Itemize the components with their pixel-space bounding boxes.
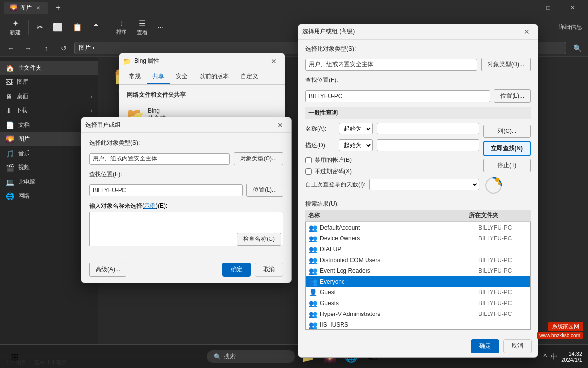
result-location: BILLYFU-PC	[478, 311, 527, 317]
adv-object-type-input[interactable]	[305, 59, 477, 71]
stop-button[interactable]: 停止(T)	[483, 159, 531, 172]
watermark-area: 系统家园网 www.hnzkhsb.com	[537, 322, 583, 339]
sidebar-item-downloads[interactable]: ⬇ 下载 ›	[0, 104, 98, 118]
results-header: 名称 所在文件夹	[305, 210, 531, 222]
result-hyperv-admins[interactable]: 👥 Hyper-V Administrators BILLYFU-PC	[306, 309, 530, 319]
result-dialup[interactable]: 👥 DIALUP	[306, 244, 530, 255]
result-default-account[interactable]: 👥 DefaultAccount BILLYFU-PC	[306, 222, 530, 233]
cut-button[interactable]: ✂	[33, 21, 47, 34]
result-location: BILLYFU-PC	[478, 257, 527, 263]
forward-button[interactable]: →	[22, 41, 35, 55]
location-input[interactable]	[89, 184, 243, 196]
share-name: Bing	[148, 107, 166, 114]
more-icon: ···	[157, 23, 164, 32]
search-button[interactable]: 🔍	[570, 41, 584, 55]
location-value-row: 位置(L)...	[89, 184, 283, 197]
refresh-button[interactable]: ↺	[57, 41, 71, 55]
close-button[interactable]: ✕	[562, 0, 584, 16]
tab-close-button[interactable]: ✕	[35, 4, 42, 11]
object-type-input[interactable]	[89, 153, 230, 165]
select-user-advanced-dialog: 选择用户或组 (高级) ✕ 选择此对象类型(S): 对象类型(O)... 查找位…	[298, 24, 538, 358]
expand-icon: ›	[91, 94, 92, 99]
tab-security[interactable]: 安全	[170, 69, 194, 84]
select-user-advanced-close[interactable]: ✕	[520, 25, 534, 39]
advanced-button[interactable]: 高级(A)...	[89, 263, 126, 277]
adv-location-button[interactable]: 位置(L)...	[494, 89, 531, 103]
search-results-list: 👥 DefaultAccount BILLYFU-PC 👥 Device Own…	[305, 222, 531, 330]
no-expire-password-checkbox[interactable]	[305, 168, 312, 175]
new-button[interactable]: ✦ 新建	[6, 17, 24, 38]
select-user-small-titlebar: 选择用户或组 ✕	[81, 117, 291, 133]
pictures-icon: 🌄	[6, 135, 14, 143]
active-tab[interactable]: 🌄 图片 ✕	[4, 2, 48, 14]
result-iis-iusrs[interactable]: 👥 IIS_IUSRS	[306, 319, 530, 330]
start-button[interactable]: ⊞	[6, 348, 24, 366]
address-path: 图片 ›	[79, 44, 94, 52]
input-label: 输入对象名称来选择(示例)(E):	[89, 202, 167, 209]
desc-value-input[interactable]	[377, 139, 479, 151]
adv-ok-button[interactable]: 确定	[471, 339, 499, 353]
sidebar-item-label: 主文件夹	[18, 64, 42, 72]
name-qualifier-select[interactable]: 起始为 包含	[339, 123, 373, 134]
bing-properties-close[interactable]: ✕	[267, 54, 281, 68]
object-type-button[interactable]: 对象类型(O)...	[234, 152, 283, 165]
tab-previous-versions[interactable]: 以前的版本	[194, 69, 235, 84]
more-button[interactable]: ···	[153, 21, 168, 34]
disabled-accounts-checkbox[interactable]	[305, 157, 312, 163]
input-label-row: 输入对象名称来选择(示例)(E):	[89, 202, 283, 210]
column-button[interactable]: 列(C)...	[483, 125, 531, 138]
tab-sharing[interactable]: 共享	[147, 69, 170, 84]
result-location: BILLYFU-PC	[478, 267, 527, 274]
result-device-owners[interactable]: 👥 Device Owners BILLYFU-PC	[306, 233, 530, 244]
find-now-button[interactable]: 立即查找(N)	[483, 141, 531, 156]
svg-point-1	[495, 178, 499, 182]
new-tab-button[interactable]: +	[51, 1, 65, 15]
tab-general[interactable]: 常规	[123, 69, 147, 84]
result-event-log-readers[interactable]: 👥 Event Log Readers BILLYFU-PC	[306, 265, 530, 276]
object-type-value-row: 对象类型(O)...	[89, 152, 283, 165]
name-value-input[interactable]	[377, 123, 479, 134]
ok-button[interactable]: 确定	[222, 263, 251, 277]
window-controls: ─ □ ✕	[513, 0, 584, 16]
select-user-small-close[interactable]: ✕	[273, 118, 287, 132]
result-guests[interactable]: 👥 Guests BILLYFU-PC	[306, 298, 530, 309]
paste-button[interactable]: 📋	[69, 21, 86, 34]
adv-cancel-button[interactable]: 取消	[503, 339, 532, 353]
tray-lang: 中	[551, 352, 557, 361]
tab-customize[interactable]: 自定义	[235, 69, 264, 84]
sort-button[interactable]: ↕ 排序	[112, 17, 131, 38]
adv-object-type-button[interactable]: 对象类型(O)...	[481, 58, 531, 71]
back-button[interactable]: ←	[4, 41, 18, 55]
desktop-icon: 🖥	[6, 93, 13, 101]
svg-point-2	[498, 182, 501, 185]
sidebar-item-label: 图库	[17, 78, 28, 86]
sidebar-item-home[interactable]: 🏠 主文件夹	[0, 61, 98, 75]
taskbar-search-box[interactable]: 🔍 搜索	[207, 350, 295, 363]
desc-qualifier-select[interactable]: 起始为 包含	[339, 139, 373, 151]
check-name-button[interactable]: 检查名称(C)	[237, 233, 281, 246]
minimize-button[interactable]: ─	[513, 0, 535, 16]
result-everyone[interactable]: 👥 Everyone	[306, 276, 530, 287]
days-since-login-select[interactable]	[369, 179, 480, 190]
user-group-icon: 👥	[309, 267, 317, 275]
search-results-area: 搜索结果(U): 名称 所在文件夹 👥 DefaultAccount BILLY…	[305, 200, 531, 330]
delete-button[interactable]: 🗑	[88, 21, 104, 34]
taskbar-time: 14:32 2024/1/1	[561, 351, 582, 363]
result-guest[interactable]: 👤 Guest BILLYFU-PC	[306, 287, 530, 298]
up-button[interactable]: ↑	[39, 41, 53, 55]
view-button[interactable]: ☰ 查看	[133, 17, 151, 38]
maximize-button[interactable]: □	[537, 0, 560, 16]
watermark-url: www.hnzkhsb.com	[537, 332, 583, 339]
folder-small-icon: 📁	[123, 57, 131, 65]
adv-location-input[interactable]	[305, 90, 490, 102]
select-user-advanced-body: 选择此对象类型(S): 对象类型(O)... 查找位置(F): 位置(L)...…	[298, 40, 538, 335]
computer-icon: 💻	[6, 178, 14, 186]
tray-arrow[interactable]: ^	[544, 353, 547, 361]
sidebar-item-gallery[interactable]: 🖼 图库	[0, 75, 98, 89]
name-row: 名称(A): 起始为 包含	[305, 123, 479, 134]
copy-button[interactable]: ⬜	[49, 21, 67, 34]
result-distributed-com-users[interactable]: 👥 Distributed COM Users BILLYFU-PC	[306, 255, 530, 265]
cancel-button[interactable]: 取消	[255, 263, 283, 277]
sidebar-item-desktop[interactable]: 🖥 桌面 ›	[0, 89, 98, 104]
location-button[interactable]: 位置(L)...	[246, 184, 283, 197]
